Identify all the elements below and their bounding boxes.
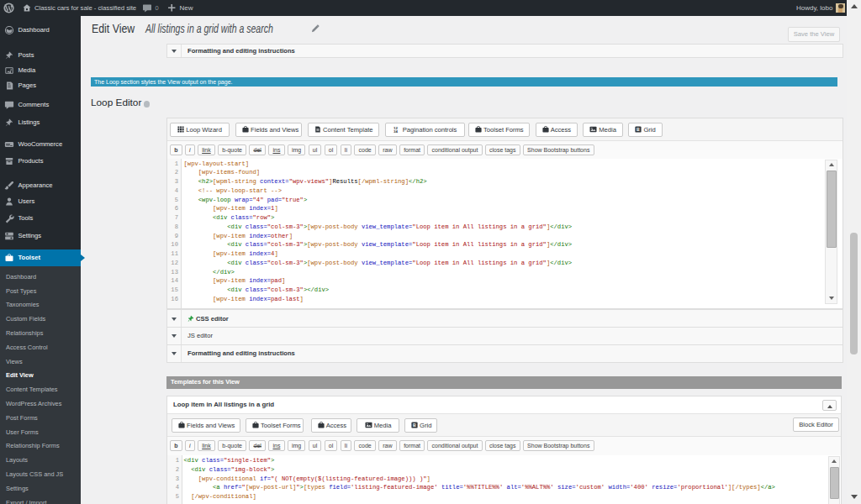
svg-text:34: 34: [394, 129, 398, 132]
svg-text:B: B: [413, 423, 416, 428]
svg-text:B: B: [637, 127, 640, 132]
